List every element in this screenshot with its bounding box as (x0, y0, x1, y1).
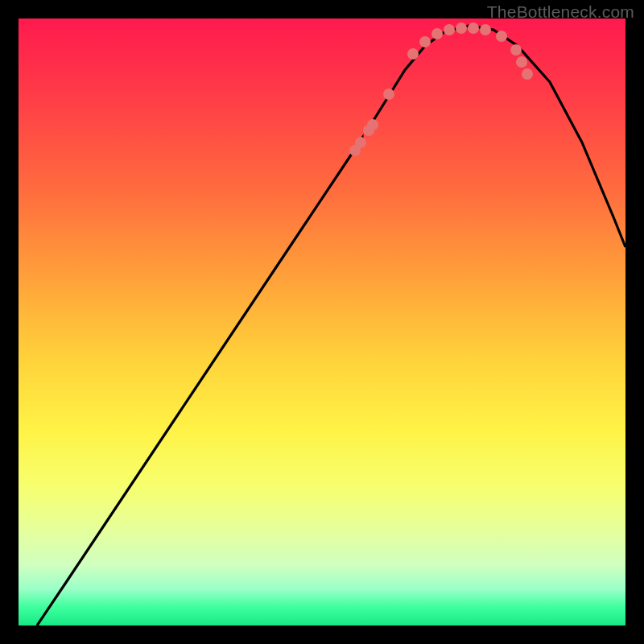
gradient-plot-area (19, 19, 625, 625)
highlight-dot (516, 56, 527, 68)
watermark-label: TheBottleneck.com (487, 2, 634, 22)
highlight-dot (407, 48, 419, 60)
highlight-dot (522, 68, 533, 80)
highlight-dot (496, 31, 507, 42)
highlight-dot (510, 44, 522, 56)
highlight-dot (456, 23, 467, 34)
bottleneck-curve (37, 26, 625, 625)
highlight-dot (419, 36, 431, 47)
highlight-dot (355, 137, 366, 148)
bottleneck-curve-svg (19, 19, 625, 625)
highlight-dot (444, 24, 455, 35)
highlight-dot (367, 119, 378, 130)
highlight-dot (383, 89, 394, 100)
highlight-dot (431, 28, 443, 39)
highlight-dot (468, 23, 479, 34)
highlight-dots (349, 23, 533, 156)
chart-frame: TheBottleneck.com (0, 0, 644, 644)
highlight-dot (480, 24, 491, 35)
